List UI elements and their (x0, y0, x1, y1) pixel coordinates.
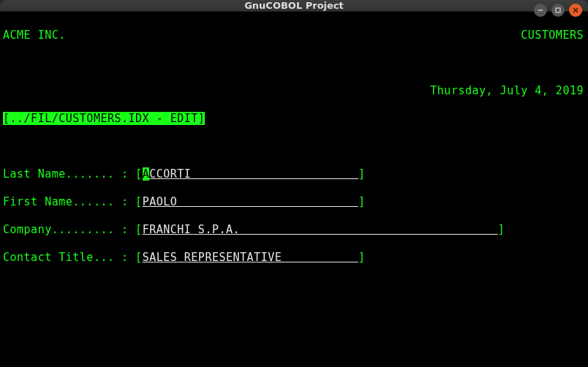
field-first-name: First Name...... : [PAOLO ] (3, 195, 584, 209)
field-label: First Name...... : (3, 195, 135, 208)
maximize-icon[interactable] (551, 4, 565, 17)
file-mode-line: [../FIL/CUSTOMERS.IDX - EDIT] (3, 112, 205, 125)
field-contact-title: Contact Title... : [SALES REPRESENTATIVE… (3, 251, 584, 265)
minimize-icon[interactable] (534, 4, 547, 17)
first-name-input[interactable]: PAOLO (143, 195, 358, 208)
svg-rect-1 (556, 8, 560, 12)
window-controls (534, 4, 582, 17)
contact-title-input[interactable]: SALES REPRESENTATIVE (143, 251, 358, 264)
window-titlebar: GnuCOBOL Project (0, 0, 588, 12)
company-name: ACME INC. (3, 29, 66, 42)
field-company: Company......... : [FRANCHI S.P.A. ] (3, 223, 584, 237)
company-input[interactable]: FRANCHI S.P.A. (143, 223, 498, 236)
current-date: Thursday, July 4, 2019 (430, 84, 584, 98)
field-label: Last Name....... : (3, 167, 135, 181)
terminal-screen: ACME INC.CUSTOMERS Thursday, July 4, 201… (0, 12, 588, 367)
field-label: Contact Title... : (3, 251, 135, 264)
window-title: GnuCOBOL Project (244, 0, 344, 11)
screen-name: CUSTOMERS (521, 29, 584, 42)
last-name-input[interactable]: ACCORTI (143, 167, 358, 181)
field-last-name: Last Name....... : [ACCORTI ] (3, 167, 584, 181)
field-label: Company......... : (3, 223, 135, 236)
cursor: A (143, 167, 150, 181)
close-icon[interactable] (569, 4, 582, 17)
